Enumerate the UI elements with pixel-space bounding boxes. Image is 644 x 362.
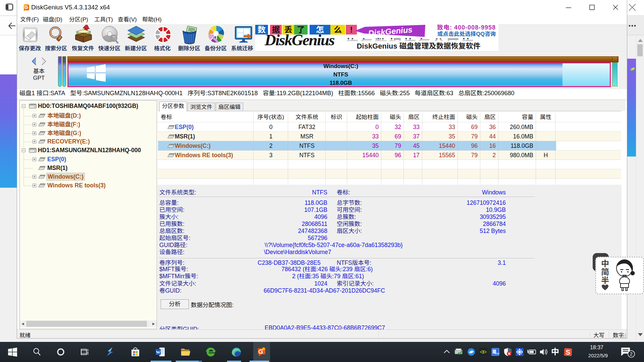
svg-text:intel: intel	[495, 352, 499, 355]
svg-text:S: S	[566, 349, 570, 356]
svg-text:W: W	[156, 350, 160, 355]
svg-text:2: 2	[630, 351, 633, 357]
